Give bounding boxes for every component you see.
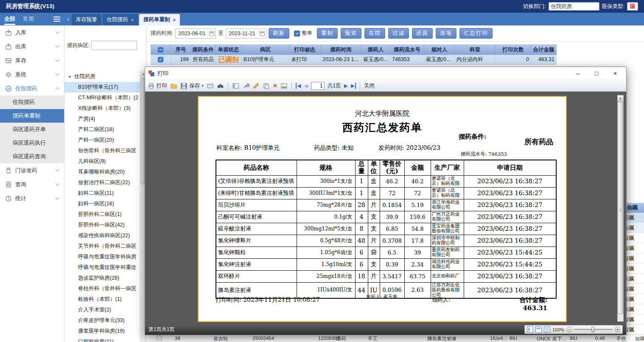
ward-tree-item[interactable]: 产房(4) xyxy=(64,114,140,124)
ward-tree-item[interactable]: 肝胆外科二病区(1) xyxy=(64,209,140,220)
sidebar-subitem-ward-return-create[interactable]: 病区退药开单 xyxy=(0,123,64,136)
filter-action-button[interactable]: 还原 xyxy=(412,28,433,39)
ward-tree-item[interactable]: 儿科病区(9) xyxy=(64,156,140,167)
document-tab[interactable]: 库存预警 × xyxy=(72,14,101,25)
menu-collapse-icon[interactable] xyxy=(53,17,60,22)
col-header[interactable]: 序号 xyxy=(171,45,191,55)
ward-tree-item[interactable]: 产科一病区(20) xyxy=(64,135,140,146)
ward-tree-item[interactable]: 肝胆外科一病区(42) xyxy=(64,220,140,230)
ward-tree-root[interactable]: ▾住院药房 xyxy=(64,71,140,82)
ward-tree-item[interactable]: 妇科一病区(16) xyxy=(64,199,140,209)
col-header[interactable]: 病区 xyxy=(242,45,289,55)
find-button[interactable] xyxy=(217,82,224,90)
zoom-slider-handle[interactable] xyxy=(591,327,594,332)
print-button[interactable]: 打印 xyxy=(148,82,167,90)
sidebar-subitem-ward-return-query[interactable]: 病区退药查询 xyxy=(0,150,64,163)
tab-scroll-left-icon[interactable]: ‹ xyxy=(64,13,72,25)
col-header[interactable]: 摆药条件 xyxy=(191,45,216,55)
sidebar-item-outpatient-dispense[interactable]: 门诊发药 xyxy=(0,163,64,177)
filter-action-button[interactable]: 过滤 xyxy=(388,28,409,39)
first-page-icon[interactable]: ◀ xyxy=(296,83,301,89)
ward-tree-item[interactable]: 介入手术室(2) xyxy=(64,305,140,315)
zoom-slider-track[interactable] xyxy=(574,329,613,330)
multi-page-view-icon[interactable] xyxy=(544,326,550,333)
whole-order-checkbox[interactable]: ✓ xyxy=(294,31,300,36)
scrollbar-thumb[interactable] xyxy=(618,102,623,314)
ward-tree-item[interactable]: B10护理单元(17) xyxy=(64,82,140,93)
sidebar-subitem-dispense-list-rebuild[interactable]: 摆药单重制 xyxy=(0,109,64,123)
ward-tree-item[interactable]: 呼吸与危重症医学科重症 xyxy=(64,262,140,273)
page-number-input[interactable] xyxy=(311,82,325,90)
sidebar-item-outbound[interactable]: 出库 xyxy=(0,39,64,53)
last-page-icon[interactable]: ▶ xyxy=(351,83,356,89)
ward-tree-item[interactable]: 呼吸与危重症医学科病房 xyxy=(64,252,140,262)
filter-action-button[interactable]: 选项 xyxy=(436,28,456,39)
nav-tab-all[interactable]: 全部 xyxy=(4,13,15,25)
ward-search-input[interactable] xyxy=(91,41,137,50)
filter-action-button[interactable]: 在院 xyxy=(364,28,385,39)
fit-width-view-icon[interactable] xyxy=(535,326,542,333)
col-header[interactable]: 摆药时间 xyxy=(321,45,361,55)
ward-tree-item[interactable]: 感染性疾病科病区(22) xyxy=(64,230,140,241)
col-header[interactable]: 科室 xyxy=(455,45,496,55)
prev-page-icon[interactable]: ◀ xyxy=(304,83,308,89)
refresh-button[interactable]: 刷新 xyxy=(269,28,289,39)
col-header[interactable]: 单据状态 xyxy=(216,45,242,55)
sidebar-item-statistics[interactable]: 统计 xyxy=(0,191,64,205)
sidebar-item-inbound[interactable]: 入库 xyxy=(0,25,64,39)
col-header[interactable]: 摆药人 xyxy=(361,45,390,55)
ward-tree-item[interactable]: 介疼皮护理单元(33) xyxy=(64,315,140,326)
calendar-icon[interactable] xyxy=(260,31,265,36)
ward-tree-item[interactable]: 创伤骨科（骨外科三病区 xyxy=(64,146,140,156)
email-button[interactable] xyxy=(207,82,214,90)
row-checkbox[interactable] xyxy=(157,336,162,340)
detail-row-strip[interactable]: 38崔吉轮2500245412205991西药手工胰岛素注射液1IUx4...8… xyxy=(146,335,644,342)
grid-row-selected[interactable]: ✓ 199 所有药品 已调剂 B10护理单元 未打印 2023-06-23 1.… xyxy=(151,55,557,65)
zoom-out-button[interactable]: − xyxy=(566,327,572,332)
ward-tree-item[interactable]: X线诊断科（本部）(3) xyxy=(64,103,140,114)
close-icon[interactable]: × xyxy=(611,70,619,77)
tab-close-icon[interactable]: × xyxy=(131,17,134,22)
filter-action-button[interactable]: 重制 xyxy=(317,28,338,39)
tab-close-icon[interactable]: × xyxy=(173,17,176,22)
minimize-icon[interactable]: – xyxy=(574,70,582,77)
sidebar-subitem-ward-return-execute[interactable]: 病区退药执行 xyxy=(0,136,64,150)
col-header[interactable]: 打印次数 xyxy=(496,45,531,55)
page-setup-button[interactable] xyxy=(232,82,239,90)
next-page-icon[interactable]: ▶ xyxy=(344,83,348,89)
ward-tree-item[interactable]: 脊柱外科（骨外科一病区 xyxy=(64,283,140,294)
single-page-view-icon[interactable] xyxy=(527,326,533,333)
print-dialog-titlebar[interactable]: 打印 – □ × xyxy=(145,67,626,80)
filter-action-button[interactable]: 预览 xyxy=(341,28,361,39)
switch-dept-input[interactable] xyxy=(549,2,599,11)
watermark-button[interactable] xyxy=(280,82,288,90)
ward-tree-item[interactable]: 妇科二病区(11) xyxy=(64,188,140,199)
ward-tree-item[interactable]: 耳鼻咽喉科病房(20) xyxy=(64,167,140,177)
sidebar-item-inpatient-dispense[interactable]: 住院摆药 xyxy=(0,81,64,95)
ward-tree-item[interactable]: 口腔科病房(11) xyxy=(64,336,140,342)
save-dropdown-caret[interactable]: ▾ xyxy=(202,84,204,88)
tree-expand-icon[interactable]: ▾ xyxy=(69,74,71,79)
col-header[interactable]: 核对人 xyxy=(424,45,455,55)
insurance-type-value[interactable]: 国 xyxy=(627,2,638,11)
ward-tree-item[interactable]: 产科二病区(18) xyxy=(64,124,140,135)
document-tab[interactable]: 摆药单重制 × xyxy=(139,14,180,25)
calendar-icon[interactable] xyxy=(209,31,214,36)
zoom-in-button[interactable]: + xyxy=(615,327,620,332)
open-button[interactable] xyxy=(170,82,177,90)
col-header[interactable]: 摆药流水号 xyxy=(390,45,424,55)
maximize-icon[interactable]: □ xyxy=(592,70,601,77)
copy-button[interactable] xyxy=(263,82,270,90)
close-preview-button[interactable]: 关闭 xyxy=(364,82,375,90)
ward-tree-item[interactable]: CT-MRI诊断科（本部）(2 xyxy=(64,93,140,103)
ward-tree-item[interactable]: 关节外科（骨外科二病区 xyxy=(64,241,140,252)
scroll-up-icon[interactable]: ▲ xyxy=(618,95,623,101)
ward-tree-item[interactable]: 急诊监护病房(28) xyxy=(64,273,140,283)
sidebar-item-query[interactable]: 查询 xyxy=(0,177,64,191)
col-header[interactable]: 合计金额 xyxy=(531,45,557,55)
properties-button[interactable] xyxy=(242,82,249,90)
sidebar-item-stock[interactable]: 库存 xyxy=(0,53,64,67)
ward-tree-item[interactable]: 放射治疗科二病区(22) xyxy=(64,177,140,188)
preview-scrollbar[interactable]: ▲ xyxy=(617,95,624,322)
delete-button[interactable]: ✕ xyxy=(273,82,278,89)
